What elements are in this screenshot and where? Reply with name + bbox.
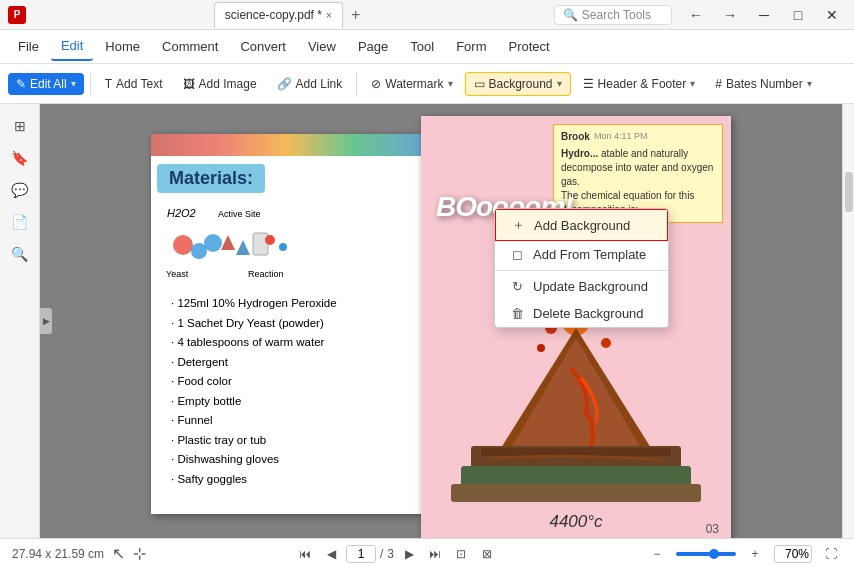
material-item-3: 4 tablespoons of warm water (171, 333, 401, 353)
menu-convert[interactable]: Convert (230, 33, 296, 61)
add-from-template-item[interactable]: ◻ Add From Template (495, 241, 668, 268)
last-page-btn[interactable]: ⏭ (424, 543, 446, 565)
watermark-icon: ⊘ (371, 77, 381, 91)
status-bar: 27.94 x 21.59 cm ↖ ⊹ ⏮ ◀ / 3 ▶ ⏭ ⊡ ⊠ − +… (0, 538, 854, 568)
sidebar-thumbnails-btn[interactable]: ⊞ (6, 112, 34, 140)
edit-all-btn[interactable]: ✎ Edit All ▾ (8, 73, 84, 95)
svg-point-17 (537, 344, 545, 352)
menu-protect[interactable]: Protect (498, 33, 559, 61)
edit-icon: ✎ (16, 77, 26, 91)
right-sidebar-scroll-indicator[interactable] (845, 172, 853, 212)
background-btn[interactable]: ▭ Background ▾ (465, 72, 571, 96)
diagram-svg: H2O2 Active Site Yea (163, 205, 293, 285)
svg-point-4 (204, 234, 222, 252)
sidebar-expand-btn[interactable]: ▶ (40, 308, 52, 334)
header-footer-btn[interactable]: ☰ Header & Footer ▾ (575, 73, 704, 95)
pdf-area: Materials: H2O2 Active Site (40, 104, 842, 538)
zoom-percent-input[interactable] (774, 545, 812, 563)
left-sidebar: ⊞ 🔖 💬 📄 🔍 ▶ (0, 104, 40, 538)
menu-page[interactable]: Page (348, 33, 398, 61)
svg-text:H2O2: H2O2 (167, 207, 196, 219)
page-number-right: 03 (706, 522, 719, 536)
fullscreen-btn[interactable]: ⛶ (820, 543, 842, 565)
bates-dropdown-arrow: ▾ (807, 78, 812, 89)
menu-view[interactable]: View (298, 33, 346, 61)
minimize-btn[interactable]: ─ (750, 1, 778, 29)
add-image-btn[interactable]: 🖼 Add Image (175, 73, 265, 95)
svg-rect-24 (481, 448, 671, 456)
sidebar-search-btn[interactable]: 🔍 (6, 240, 34, 268)
add-link-btn[interactable]: 🔗 Add Link (269, 73, 351, 95)
note-header: Brook Mon 4:11 PM (561, 130, 715, 144)
first-page-btn[interactable]: ⏮ (294, 543, 316, 565)
fit-page-btn[interactable]: ⊡ (450, 543, 472, 565)
background-dropdown-arrow: ▾ (557, 78, 562, 89)
sidebar-pages-btn[interactable]: 📄 (6, 208, 34, 236)
menu-home[interactable]: Home (95, 33, 150, 61)
toolbar: ✎ Edit All ▾ T Add Text 🖼 Add Image 🔗 Ad… (0, 64, 854, 104)
h2o2-diagram: H2O2 Active Site Yea (163, 205, 415, 288)
search-tools-placeholder: 🔍 Search Tools (554, 5, 672, 25)
svg-rect-23 (451, 484, 701, 502)
main-content: ⊞ 🔖 💬 📄 🔍 ▶ Materials: H2O2 Acti (0, 104, 854, 538)
temperature-text: 4400°c (549, 512, 602, 532)
zoom-in-btn[interactable]: + (744, 543, 766, 565)
svg-point-8 (265, 235, 275, 245)
navigate-back-btn[interactable]: ← (682, 1, 710, 29)
zoom-out-btn[interactable]: − (646, 543, 668, 565)
add-text-btn[interactable]: T Add Text (97, 73, 171, 95)
update-background-item[interactable]: ↻ Update Background (495, 273, 668, 300)
background-dropdown-menu: ＋ Add Background ◻ Add From Template ↻ U… (494, 208, 669, 328)
material-item-1: 125ml 10% Hydrogen Peroxide (171, 294, 401, 314)
delete-background-item[interactable]: 🗑 Delete Background (495, 300, 668, 327)
status-center: ⏮ ◀ / 3 ▶ ⏭ ⊡ ⊠ (294, 543, 498, 565)
material-item-8: Plastic tray or tub (171, 431, 401, 451)
current-page-input[interactable] (346, 545, 376, 563)
watermark-btn[interactable]: ⊘ Watermark ▾ (363, 73, 460, 95)
menu-file[interactable]: File (8, 33, 49, 61)
material-item-10: Safty goggles (171, 470, 401, 490)
watermark-dropdown-arrow: ▾ (448, 78, 453, 89)
delete-background-icon: 🗑 (509, 306, 525, 321)
material-item-9: Dishwashing gloves (171, 450, 401, 470)
sidebar-comments-btn[interactable]: 💬 (6, 176, 34, 204)
menu-form[interactable]: Form (446, 33, 496, 61)
cursor-icon: ↖ (112, 544, 125, 563)
menu-comment[interactable]: Comment (152, 33, 228, 61)
new-tab-btn[interactable]: + (345, 4, 367, 26)
svg-marker-6 (236, 240, 250, 255)
next-page-btn[interactable]: ▶ (398, 543, 420, 565)
close-btn[interactable]: ✕ (818, 1, 846, 29)
total-pages: 3 (387, 547, 394, 561)
materials-header: Materials: (157, 164, 265, 193)
title-bar: P science-copy.pdf * × + 🔍 Search Tools … (0, 0, 854, 30)
page-top-banner (151, 134, 421, 156)
edit-all-dropdown-arrow: ▾ (71, 78, 76, 89)
zoom-thumb[interactable] (709, 549, 719, 559)
select-icon: ⊹ (133, 544, 146, 563)
active-tab[interactable]: science-copy.pdf * × (214, 2, 343, 28)
text-icon: T (105, 77, 112, 91)
material-item-7: Funnel (171, 411, 401, 431)
material-item-5: Food color (171, 372, 401, 392)
bates-icon: # (715, 77, 722, 91)
link-icon: 🔗 (277, 77, 292, 91)
bates-number-btn[interactable]: # Bates Number ▾ (707, 73, 819, 95)
title-bar-tabs: science-copy.pdf * × + (214, 2, 367, 28)
maximize-btn[interactable]: □ (784, 1, 812, 29)
add-background-item[interactable]: ＋ Add Background (495, 209, 668, 241)
note-time: Mon 4:11 PM (594, 130, 648, 144)
svg-marker-20 (511, 338, 641, 448)
tab-close-btn[interactable]: × (326, 10, 332, 21)
prev-page-btn[interactable]: ◀ (320, 543, 342, 565)
tab-filename: science-copy.pdf * (225, 8, 322, 22)
fit-width-btn[interactable]: ⊠ (476, 543, 498, 565)
image-icon: 🖼 (183, 77, 195, 91)
menu-tool[interactable]: Tool (400, 33, 444, 61)
sidebar-bookmarks-btn[interactable]: 🔖 (6, 144, 34, 172)
navigate-forward-btn[interactable]: → (716, 1, 744, 29)
zoom-slider[interactable] (676, 552, 736, 556)
app-icon: P (8, 6, 26, 24)
title-bar-left: P (8, 6, 26, 24)
menu-edit[interactable]: Edit (51, 33, 93, 61)
